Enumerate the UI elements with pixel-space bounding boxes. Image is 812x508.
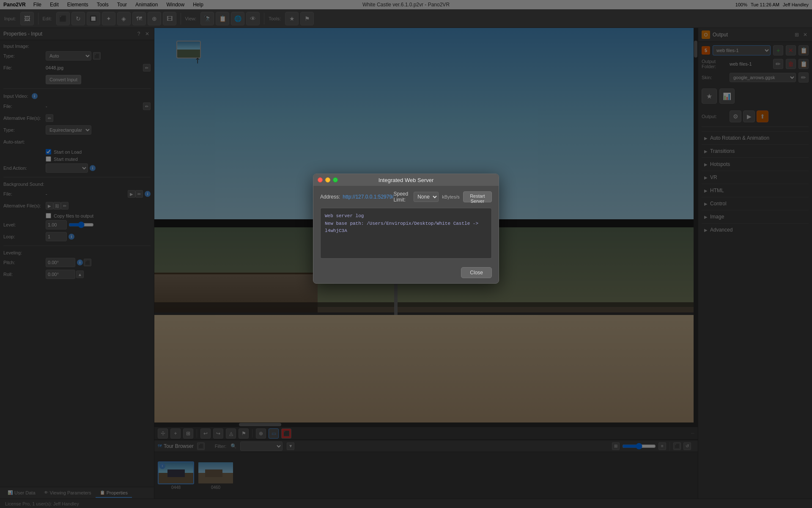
traffic-lights xyxy=(318,177,338,182)
modal-title: Integrated Web Server xyxy=(379,177,434,183)
log-line-1: Web server log xyxy=(325,213,487,220)
modal-close-btn[interactable]: Close xyxy=(461,267,492,278)
tl-close-btn[interactable] xyxy=(318,177,323,182)
modal-address-full-row: Address: http://127.0.0.1:52979/ Speed L… xyxy=(320,191,492,203)
speed-row: Speed Limit: None 256 512 1024 kBytes/s … xyxy=(393,191,492,203)
speed-unit: kBytes/s xyxy=(442,194,460,199)
log-line-2: New base path: /Users/Enviropix/Desktop/… xyxy=(325,220,487,235)
address-label: Address: xyxy=(320,194,340,200)
speed-select[interactable]: None 256 512 1024 xyxy=(414,192,439,202)
modal-body: Address: http://127.0.0.1:52979/ Speed L… xyxy=(313,186,499,283)
modal-footer: Close xyxy=(320,264,492,278)
restart-server-btn[interactable]: Restart Server xyxy=(463,191,492,202)
speed-limit-label: Speed Limit: xyxy=(393,191,410,203)
tl-maximize-btn[interactable] xyxy=(333,177,338,182)
tl-minimize-btn[interactable] xyxy=(325,177,330,182)
modal-overlay[interactable]: Integrated Web Server Address: http://12… xyxy=(0,0,812,508)
modal-titlebar: Integrated Web Server xyxy=(313,174,499,186)
address-link[interactable]: http://127.0.0.1:52979/ xyxy=(343,194,393,200)
web-server-log: Web server log New base path: /Users/Env… xyxy=(320,208,492,259)
address-section: Address: http://127.0.0.1:52979/ xyxy=(320,194,393,200)
web-server-modal: Integrated Web Server Address: http://12… xyxy=(313,174,499,284)
